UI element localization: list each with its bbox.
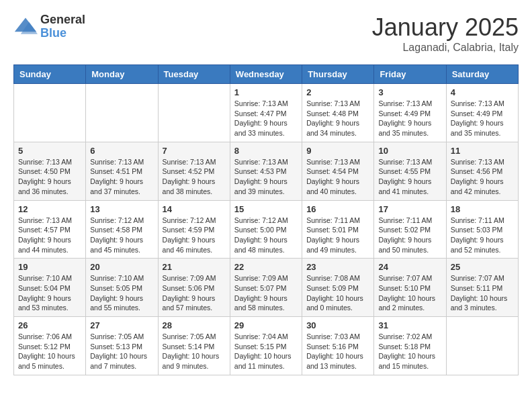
week-row-2: 5Sunrise: 7:13 AM Sunset: 4:50 PM Daylig…: [14, 142, 519, 200]
day-info: Sunrise: 7:13 AM Sunset: 4:54 PM Dayligh…: [306, 158, 360, 195]
day-info: Sunrise: 7:13 AM Sunset: 4:50 PM Dayligh…: [18, 158, 72, 195]
day-number: 9: [306, 146, 369, 156]
day-number: 30: [306, 320, 369, 330]
day-info: Sunrise: 7:13 AM Sunset: 4:53 PM Dayligh…: [234, 158, 288, 195]
calendar-cell-w5-d5: 30Sunrise: 7:03 AM Sunset: 5:16 PM Dayli…: [302, 317, 374, 375]
calendar-cell-w4-d2: 20Sunrise: 7:10 AM Sunset: 5:05 PM Dayli…: [86, 259, 158, 317]
day-number: 11: [451, 146, 514, 156]
month-title: January 2025: [372, 13, 519, 42]
day-number: 18: [451, 204, 514, 214]
day-info: Sunrise: 7:03 AM Sunset: 5:16 PM Dayligh…: [306, 332, 363, 370]
calendar-cell-w5-d2: 27Sunrise: 7:05 AM Sunset: 5:13 PM Dayli…: [86, 317, 158, 375]
day-info: Sunrise: 7:13 AM Sunset: 4:51 PM Dayligh…: [90, 158, 144, 195]
day-info: Sunrise: 7:09 AM Sunset: 5:06 PM Dayligh…: [163, 274, 216, 312]
calendar-cell-w2-d1: 5Sunrise: 7:13 AM Sunset: 4:50 PM Daylig…: [14, 142, 86, 200]
calendar-cell-w5-d7: [446, 317, 518, 375]
day-info: Sunrise: 7:13 AM Sunset: 4:47 PM Dayligh…: [234, 99, 288, 137]
day-info: Sunrise: 7:13 AM Sunset: 4:56 PM Dayligh…: [451, 158, 504, 195]
calendar-cell-w2-d5: 9Sunrise: 7:13 AM Sunset: 4:54 PM Daylig…: [302, 142, 374, 200]
day-number: 17: [378, 204, 441, 214]
calendar-cell-w5-d3: 28Sunrise: 7:05 AM Sunset: 5:14 PM Dayli…: [158, 317, 230, 375]
location: Laganadi, Calabria, Italy: [372, 42, 519, 54]
calendar-cell-w2-d2: 6Sunrise: 7:13 AM Sunset: 4:51 PM Daylig…: [86, 142, 158, 200]
calendar-cell-w3-d4: 15Sunrise: 7:12 AM Sunset: 5:00 PM Dayli…: [230, 200, 302, 259]
calendar-cell-w5-d1: 26Sunrise: 7:06 AM Sunset: 5:12 PM Dayli…: [14, 317, 86, 375]
calendar-cell-w4-d5: 23Sunrise: 7:08 AM Sunset: 5:09 PM Dayli…: [302, 259, 374, 317]
week-row-3: 12Sunrise: 7:13 AM Sunset: 4:57 PM Dayli…: [14, 200, 519, 259]
day-number: 27: [90, 320, 153, 330]
calendar-cell-w2-d4: 8Sunrise: 7:13 AM Sunset: 4:53 PM Daylig…: [230, 142, 302, 200]
day-number: 8: [234, 146, 298, 156]
day-number: 26: [18, 320, 81, 330]
calendar-body: 1Sunrise: 7:13 AM Sunset: 4:47 PM Daylig…: [14, 84, 519, 375]
day-info: Sunrise: 7:13 AM Sunset: 4:49 PM Dayligh…: [451, 99, 504, 137]
day-number: 12: [18, 204, 81, 214]
day-info: Sunrise: 7:05 AM Sunset: 5:13 PM Dayligh…: [90, 332, 147, 370]
calendar-cell-w1-d7: 4Sunrise: 7:13 AM Sunset: 4:49 PM Daylig…: [446, 84, 518, 142]
week-row-4: 19Sunrise: 7:10 AM Sunset: 5:04 PM Dayli…: [14, 259, 519, 317]
calendar-cell-w1-d2: [86, 84, 158, 142]
day-number: 14: [163, 204, 226, 214]
day-number: 28: [163, 320, 226, 330]
header-tuesday: Tuesday: [158, 65, 230, 84]
calendar-cell-w2-d6: 10Sunrise: 7:13 AM Sunset: 4:55 PM Dayli…: [374, 142, 446, 200]
week-row-1: 1Sunrise: 7:13 AM Sunset: 4:47 PM Daylig…: [14, 84, 519, 142]
day-info: Sunrise: 7:10 AM Sunset: 5:05 PM Dayligh…: [90, 274, 144, 312]
day-number: 19: [18, 262, 81, 272]
day-number: 7: [163, 146, 226, 156]
day-number: 2: [306, 87, 369, 97]
calendar-cell-w2-d3: 7Sunrise: 7:13 AM Sunset: 4:52 PM Daylig…: [158, 142, 230, 200]
calendar-cell-w3-d5: 16Sunrise: 7:11 AM Sunset: 5:01 PM Dayli…: [302, 200, 374, 259]
header-wednesday: Wednesday: [230, 65, 302, 84]
day-number: 15: [234, 204, 298, 214]
header-friday: Friday: [374, 65, 446, 84]
calendar-cell-w3-d2: 13Sunrise: 7:12 AM Sunset: 4:58 PM Dayli…: [86, 200, 158, 259]
day-info: Sunrise: 7:11 AM Sunset: 5:01 PM Dayligh…: [306, 216, 360, 254]
calendar: Sunday Monday Tuesday Wednesday Thursday…: [13, 64, 519, 375]
day-number: 21: [163, 262, 226, 272]
calendar-cell-w3-d3: 14Sunrise: 7:12 AM Sunset: 4:59 PM Dayli…: [158, 200, 230, 259]
day-info: Sunrise: 7:13 AM Sunset: 4:48 PM Dayligh…: [306, 99, 360, 137]
calendar-cell-w1-d3: [158, 84, 230, 142]
day-info: Sunrise: 7:02 AM Sunset: 5:18 PM Dayligh…: [378, 332, 435, 370]
logo-icon: [13, 15, 38, 39]
calendar-cell-w1-d4: 1Sunrise: 7:13 AM Sunset: 4:47 PM Daylig…: [230, 84, 302, 142]
calendar-cell-w4-d1: 19Sunrise: 7:10 AM Sunset: 5:04 PM Dayli…: [14, 259, 86, 317]
header-sunday: Sunday: [14, 65, 86, 84]
calendar-cell-w1-d5: 2Sunrise: 7:13 AM Sunset: 4:48 PM Daylig…: [302, 84, 374, 142]
day-number: 1: [234, 87, 298, 97]
page: General Blue January 2025 Laganadi, Cala…: [0, 0, 532, 389]
day-info: Sunrise: 7:07 AM Sunset: 5:10 PM Dayligh…: [378, 274, 435, 312]
header: General Blue January 2025 Laganadi, Cala…: [13, 13, 519, 54]
day-info: Sunrise: 7:12 AM Sunset: 5:00 PM Dayligh…: [234, 216, 288, 254]
day-number: 31: [378, 320, 441, 330]
day-number: 6: [90, 146, 153, 156]
logo-blue: Blue: [40, 27, 85, 40]
calendar-cell-w1-d1: [14, 84, 86, 142]
day-info: Sunrise: 7:08 AM Sunset: 5:09 PM Dayligh…: [306, 274, 363, 312]
logo-general: General: [40, 13, 85, 27]
day-info: Sunrise: 7:11 AM Sunset: 5:02 PM Dayligh…: [378, 216, 432, 254]
day-info: Sunrise: 7:11 AM Sunset: 5:03 PM Dayligh…: [451, 216, 504, 254]
weekday-header-row: Sunday Monday Tuesday Wednesday Thursday…: [14, 65, 519, 84]
day-info: Sunrise: 7:12 AM Sunset: 4:59 PM Dayligh…: [163, 216, 216, 254]
day-info: Sunrise: 7:06 AM Sunset: 5:12 PM Dayligh…: [18, 332, 75, 370]
calendar-cell-w5-d4: 29Sunrise: 7:04 AM Sunset: 5:15 PM Dayli…: [230, 317, 302, 375]
logo: General Blue: [13, 13, 85, 40]
calendar-cell-w3-d7: 18Sunrise: 7:11 AM Sunset: 5:03 PM Dayli…: [446, 200, 518, 259]
day-info: Sunrise: 7:04 AM Sunset: 5:15 PM Dayligh…: [234, 332, 292, 370]
logo-text: General Blue: [40, 13, 85, 40]
calendar-cell-w4-d7: 25Sunrise: 7:07 AM Sunset: 5:11 PM Dayli…: [446, 259, 518, 317]
day-info: Sunrise: 7:13 AM Sunset: 4:49 PM Dayligh…: [378, 99, 432, 137]
day-number: 25: [451, 262, 514, 272]
day-number: 20: [90, 262, 153, 272]
day-info: Sunrise: 7:13 AM Sunset: 4:57 PM Dayligh…: [18, 216, 72, 254]
day-number: 22: [234, 262, 298, 272]
day-info: Sunrise: 7:09 AM Sunset: 5:07 PM Dayligh…: [234, 274, 288, 312]
day-number: 3: [378, 87, 441, 97]
calendar-cell-w4-d3: 21Sunrise: 7:09 AM Sunset: 5:06 PM Dayli…: [158, 259, 230, 317]
calendar-cell-w5-d6: 31Sunrise: 7:02 AM Sunset: 5:18 PM Dayli…: [374, 317, 446, 375]
day-info: Sunrise: 7:10 AM Sunset: 5:04 PM Dayligh…: [18, 274, 72, 312]
calendar-cell-w4-d4: 22Sunrise: 7:09 AM Sunset: 5:07 PM Dayli…: [230, 259, 302, 317]
day-info: Sunrise: 7:13 AM Sunset: 4:55 PM Dayligh…: [378, 158, 432, 195]
